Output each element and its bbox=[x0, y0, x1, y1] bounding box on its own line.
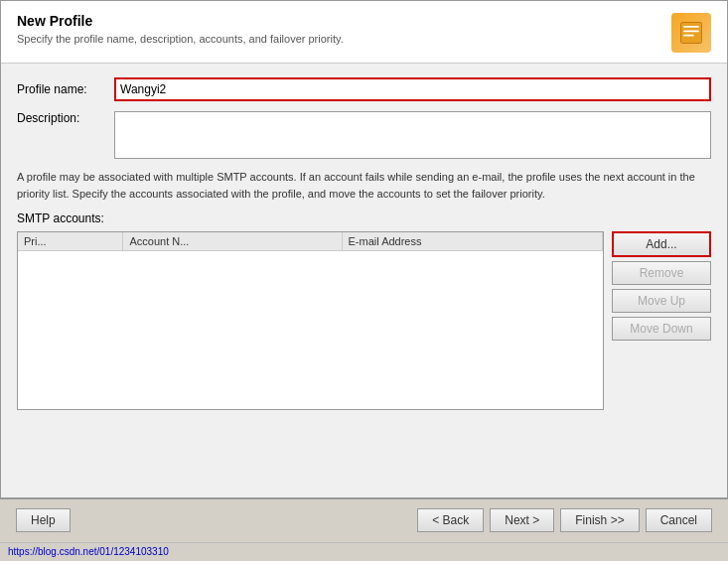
svg-rect-0 bbox=[681, 23, 702, 44]
info-text: A profile may be associated with multipl… bbox=[17, 169, 711, 202]
next-button[interactable]: Next > bbox=[490, 508, 554, 532]
smtp-body: Pri... Account N... E-mail Address Add..… bbox=[17, 231, 711, 484]
content-area: Profile name: Description: A profile may… bbox=[1, 64, 727, 497]
svg-rect-1 bbox=[683, 26, 699, 28]
smtp-col-account: Account N... bbox=[123, 232, 342, 251]
smtp-label: SMTP accounts: bbox=[17, 211, 711, 225]
description-label: Description: bbox=[17, 111, 106, 125]
dialog-subtitle: Specify the profile name, description, a… bbox=[17, 33, 344, 45]
dialog-container: New Profile Specify the profile name, de… bbox=[0, 0, 728, 498]
profile-icon bbox=[677, 19, 705, 47]
header-icon bbox=[671, 13, 711, 53]
finish-button[interactable]: Finish >> bbox=[560, 508, 639, 532]
smtp-table-header-row: Pri... Account N... E-mail Address bbox=[18, 232, 603, 251]
smtp-section: SMTP accounts: Pri... Account N... E-mai… bbox=[17, 211, 711, 484]
svg-rect-3 bbox=[683, 35, 694, 37]
header-area: New Profile Specify the profile name, de… bbox=[1, 1, 727, 64]
description-input[interactable] bbox=[114, 111, 711, 159]
cancel-button[interactable]: Cancel bbox=[646, 508, 712, 532]
header-text: New Profile Specify the profile name, de… bbox=[17, 13, 344, 45]
smtp-table-container: Pri... Account N... E-mail Address bbox=[17, 231, 604, 410]
profile-name-label: Profile name: bbox=[17, 82, 106, 96]
smtp-table: Pri... Account N... E-mail Address bbox=[18, 232, 603, 251]
footer-area: Help < Back Next > Finish >> Cancel bbox=[0, 498, 728, 541]
status-bar: https://blog.csdn.net/01/1234103310 bbox=[0, 542, 728, 561]
add-button[interactable]: Add... bbox=[612, 231, 711, 257]
status-url: https://blog.csdn.net/01/1234103310 bbox=[8, 546, 169, 557]
remove-button[interactable]: Remove bbox=[612, 261, 711, 285]
help-button[interactable]: Help bbox=[16, 508, 71, 532]
back-button[interactable]: < Back bbox=[417, 508, 484, 532]
move-up-button[interactable]: Move Up bbox=[612, 289, 711, 313]
smtp-col-email: E-mail Address bbox=[342, 232, 602, 251]
profile-name-input[interactable] bbox=[114, 77, 711, 101]
description-row: Description: bbox=[17, 111, 711, 159]
move-down-button[interactable]: Move Down bbox=[612, 317, 711, 341]
smtp-col-priority: Pri... bbox=[18, 232, 123, 251]
svg-rect-2 bbox=[683, 30, 699, 32]
dialog-title: New Profile bbox=[17, 13, 344, 29]
smtp-buttons: Add... Remove Move Up Move Down bbox=[612, 231, 711, 484]
footer-right: < Back Next > Finish >> Cancel bbox=[417, 508, 712, 532]
profile-name-row: Profile name: bbox=[17, 77, 711, 101]
footer-left: Help bbox=[16, 508, 71, 532]
